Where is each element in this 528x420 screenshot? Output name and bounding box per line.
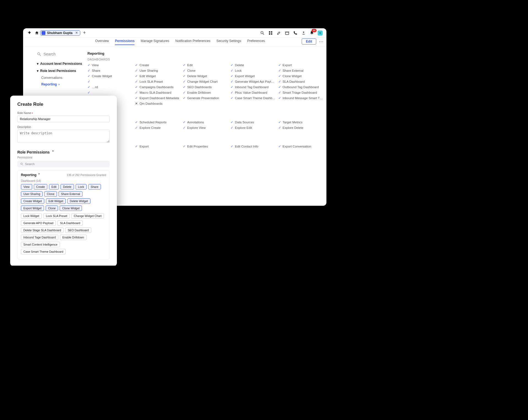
permission-chip[interactable]: SLA Dashboard <box>57 220 83 226</box>
tab-notification-preferences[interactable]: Notification Preferences <box>175 39 210 45</box>
content-title: Reporting <box>87 51 323 55</box>
check-icon: ✓ <box>230 96 233 100</box>
edit-button[interactable]: Edit <box>302 38 316 44</box>
permission-chip[interactable]: Lock SLA Preset <box>43 213 70 219</box>
compose-icon[interactable] <box>276 30 281 35</box>
permission-chip[interactable]: Clone <box>46 205 58 211</box>
check-icon: ✓ <box>183 85 186 89</box>
home-icon[interactable] <box>35 31 39 35</box>
permission-chip[interactable]: User Sharing <box>21 191 43 197</box>
bell-icon[interactable]: 20 <box>309 30 314 35</box>
reporting-card: Reporting ˄ 136 of 292 Permissions Grant… <box>17 170 110 260</box>
search-icon[interactable] <box>260 30 265 35</box>
modal-title: Create Role <box>17 102 110 107</box>
people-icon[interactable] <box>301 30 306 35</box>
permission-item: ✓Explore Delete <box>278 126 323 130</box>
check-icon: ✓ <box>183 96 186 100</box>
permission-chip[interactable]: Lock <box>76 184 87 190</box>
permission-chip[interactable]: Change Widget Chart <box>71 213 104 219</box>
check-icon: ✓ <box>135 69 138 73</box>
permissions-search[interactable]: Search <box>17 161 110 167</box>
add-tab-button[interactable]: + <box>83 30 86 36</box>
permission-item: ✓Pbuc Value Dashboard <box>230 91 275 94</box>
check-icon: ✓ <box>87 85 90 89</box>
tab-security-settings[interactable]: Security Settings <box>216 39 241 45</box>
check-icon: ✓ <box>278 144 281 148</box>
description-input[interactable] <box>17 130 110 143</box>
permission-item: ✓View <box>87 63 132 67</box>
sidebar-search[interactable]: Search <box>23 50 83 60</box>
check-icon: ✓ <box>278 85 281 89</box>
svg-point-8 <box>303 32 304 33</box>
phone-icon[interactable] <box>293 30 298 35</box>
apps-icon[interactable] <box>268 30 273 35</box>
check-icon: ✓ <box>135 126 138 130</box>
permission-item: ✓Delete Widget <box>183 74 227 78</box>
permission-chip[interactable]: Clone <box>44 191 57 197</box>
more-icon[interactable]: ⋯ <box>319 39 324 44</box>
permission-item: ✓Edit Properties <box>183 144 227 148</box>
permission-chip[interactable]: Enable Drilldown <box>60 235 87 240</box>
permission-item: ✓SLA Dashboard <box>278 80 323 84</box>
tab-overview[interactable]: Overview <box>95 39 109 45</box>
role-name-input[interactable] <box>17 116 110 122</box>
permission-item: ✓ <box>87 91 132 94</box>
check-icon: ✓ <box>183 91 186 94</box>
close-icon[interactable]: ✕ <box>75 31 78 35</box>
permission-chip[interactable]: Export Widget <box>21 205 44 211</box>
permission-chip[interactable]: Share <box>88 184 101 190</box>
permission-chip[interactable]: Create <box>34 184 48 190</box>
check-icon: ✓ <box>230 144 233 148</box>
sidebar-item-conversations[interactable]: Conversations <box>23 74 83 81</box>
check-icon: ✓ <box>230 69 233 73</box>
check-icon: ✓ <box>278 80 281 84</box>
reporting-card-header[interactable]: Reporting ˄ 136 of 292 Permissions Grant… <box>21 173 106 177</box>
check-icon: ✓ <box>183 144 186 148</box>
check-icon: ✓ <box>183 126 186 130</box>
sidebar-search-placeholder: Search <box>43 52 56 56</box>
tab-preferences[interactable]: Preferences <box>247 39 265 45</box>
permission-chip[interactable]: Edit <box>49 184 59 190</box>
check-icon: ✓ <box>87 63 90 67</box>
check-icon: ✓ <box>278 126 281 130</box>
permission-chip[interactable]: Inbound Tage Dashboard <box>21 235 58 240</box>
permission-item: ✓Edit Contact Info <box>230 144 275 148</box>
permission-item: ✓Export Widget <box>230 74 275 78</box>
permission-item <box>183 102 227 105</box>
permission-chip[interactable]: Share External <box>59 191 82 197</box>
check-icon: ✓ <box>183 63 186 67</box>
svg-point-11 <box>21 163 22 165</box>
permission-chip[interactable]: Create Widget <box>21 198 44 204</box>
chevron-up-icon: ˄ <box>38 173 40 177</box>
permission-chip[interactable]: Lock Widget <box>21 213 42 219</box>
avatar[interactable]: s <box>318 30 323 35</box>
tab-permissions[interactable]: Permissions <box>115 39 134 45</box>
sidebar-item-reporting[interactable]: Reporting › <box>23 81 83 88</box>
permission-item: ✓Generate Widget Api Payl… <box>230 80 275 84</box>
tree-role-level[interactable]: ▾ Role level Permissions <box>23 67 83 74</box>
calendar-icon[interactable] <box>285 30 290 35</box>
permission-chip[interactable]: Edit Widget <box>46 198 66 204</box>
permission-chip[interactable]: Clone Widget <box>60 205 82 211</box>
permission-chip[interactable]: View <box>21 184 32 190</box>
user-tab[interactable]: Shubham Gupta ✕ <box>40 30 80 36</box>
permission-chip[interactable]: Delete Widget <box>67 198 90 204</box>
svg-line-10 <box>40 55 41 56</box>
permission-item: ✓ <box>87 80 132 84</box>
permission-chip[interactable]: SEO Dashboard <box>65 227 91 233</box>
permission-chip[interactable]: Delete <box>61 184 74 190</box>
check-icon: ✓ <box>278 120 281 124</box>
permission-item: ✓Case Smart Theme Dashb… <box>230 96 275 100</box>
permission-chip[interactable]: Case Smart Theme Dashboard <box>21 249 66 254</box>
role-permissions-header[interactable]: Role Permissions ˄ <box>17 150 110 154</box>
permission-item: ✓Delete <box>230 63 275 67</box>
tab-manage-signatures[interactable]: Manage Signatures <box>141 39 169 45</box>
permission-item: ✓Target Metrics <box>278 120 323 124</box>
permission-chip[interactable]: Smart Content Intelligence <box>21 242 60 247</box>
caret-down-icon: ▾ <box>37 69 38 73</box>
check-icon: ✓ <box>230 91 233 94</box>
tree-account-level[interactable]: ▾ Account level Permissions <box>23 60 83 67</box>
description-label: Description <box>17 126 110 129</box>
permission-chip[interactable]: Generate APO Payload <box>21 220 56 226</box>
permission-chip[interactable]: Delete Stage SLA Dashboard <box>21 227 64 233</box>
